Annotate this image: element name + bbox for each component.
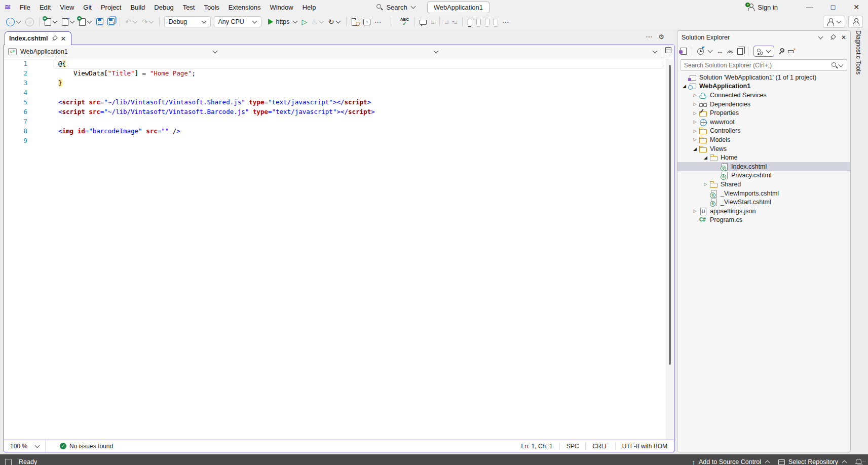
live-share-button[interactable]: [823, 16, 845, 28]
tree-item-viewimports-cshtml[interactable]: _ViewImports.cshtml: [677, 189, 850, 198]
tab-index-cshtml[interactable]: Index.cshtml ✕: [5, 31, 71, 45]
redo-button[interactable]: ↷: [140, 16, 157, 27]
menu-item-file[interactable]: File: [15, 2, 35, 13]
restart-button[interactable]: ↻: [326, 16, 343, 27]
add-item-button[interactable]: +: [77, 17, 94, 27]
menu-item-extensions[interactable]: Extensions: [224, 2, 266, 13]
code-line[interactable]: 4: [4, 88, 666, 97]
diagnostic-tools-tab[interactable]: Diagnostic Tools: [853, 30, 863, 101]
encoding-indicator[interactable]: UTF-8 with BOM: [615, 443, 674, 450]
maximize-button[interactable]: □: [821, 0, 845, 14]
tree-item-controllers[interactable]: ▷Controllers: [677, 127, 850, 136]
menu-item-project[interactable]: Project: [96, 2, 126, 13]
close-tab-icon[interactable]: ✕: [60, 36, 66, 42]
expand-arrow-icon[interactable]: ▷: [691, 120, 699, 124]
expand-arrow-icon[interactable]: ▷: [691, 209, 699, 213]
menu-item-debug[interactable]: Debug: [149, 2, 178, 13]
toggle-bookmark-button[interactable]: [466, 17, 474, 26]
current-project-box[interactable]: WebApplication1: [427, 2, 489, 13]
properties-wrench-icon[interactable]: [778, 48, 784, 55]
clear-bookmarks-button[interactable]: [492, 17, 500, 26]
save-button[interactable]: [94, 17, 105, 27]
filter-chevron-icon[interactable]: [708, 48, 713, 53]
editor-settings-gear-icon[interactable]: ⚙: [658, 33, 664, 41]
split-window-button[interactable]: [663, 47, 672, 56]
solution-explorer-header[interactable]: Solution Explorer ✕: [677, 31, 850, 44]
line-ending-indicator[interactable]: CRLF: [585, 443, 615, 450]
caret-position-indicator[interactable]: Ln: 1, Ch: 1: [515, 443, 559, 450]
minimize-button[interactable]: —: [798, 0, 821, 14]
tree-item-program-cs[interactable]: Program.cs: [677, 216, 850, 225]
copy-pages-icon[interactable]: [737, 48, 743, 55]
sync-with-active-document-button[interactable]: [753, 46, 774, 57]
hot-reload-button[interactable]: ♨: [309, 16, 326, 27]
background-tasks-icon[interactable]: [5, 459, 12, 465]
navigate-forward-button[interactable]: →: [23, 16, 36, 28]
comment-button[interactable]: [418, 17, 429, 26]
new-file-button[interactable]: +: [43, 17, 60, 27]
select-repository-button[interactable]: Select Repository: [778, 458, 847, 465]
navbar-member-dropdown[interactable]: [443, 45, 662, 58]
menu-item-tools[interactable]: Tools: [199, 2, 223, 13]
menu-item-help[interactable]: Help: [298, 2, 321, 13]
search-options-chevron-icon[interactable]: [839, 62, 844, 67]
browser-link-button[interactable]: ⌂: [361, 17, 372, 27]
code-line[interactable]: 1@{: [4, 59, 666, 68]
tree-item-appsettings-json[interactable]: ▷appsettings.json: [677, 207, 850, 216]
pending-changes-filter-icon[interactable]: [697, 48, 704, 55]
close-button[interactable]: ✕: [845, 0, 868, 14]
navigate-backward-button[interactable]: ←: [4, 16, 23, 28]
format-document-button[interactable]: ≡: [429, 17, 436, 27]
solution-explorer-search-input[interactable]: [684, 62, 831, 69]
find-in-files-button[interactable]: [350, 17, 361, 27]
editor-scrollbar[interactable]: [666, 59, 673, 441]
save-all-button[interactable]: [105, 17, 117, 27]
tree-item-views[interactable]: ◢Views: [677, 144, 850, 153]
collapse-all-icon[interactable]: [727, 47, 734, 56]
spell-checker-button[interactable]: ABC✓: [398, 16, 411, 27]
toolbar-overflow-button[interactable]: ⋯: [372, 16, 384, 27]
menu-item-git[interactable]: Git: [79, 2, 96, 13]
code-line[interactable]: 6<script src="~/lib/Vintasoft/Vintasoft.…: [4, 107, 666, 117]
collapse-arrow-icon[interactable]: ◢: [691, 146, 699, 151]
code-line[interactable]: 5<script src="~/lib/Vintasoft/Vintasoft.…: [4, 97, 666, 107]
search-control[interactable]: Search: [376, 4, 416, 11]
expand-arrow-icon[interactable]: ▷: [691, 111, 699, 115]
window-position-chevron-icon[interactable]: [818, 34, 823, 40]
switch-views-icon[interactable]: [681, 48, 687, 55]
code-line[interactable]: 2 ViewData["Title"] = "Home Page";: [4, 68, 666, 78]
previous-bookmark-button[interactable]: [474, 17, 483, 26]
menu-item-test[interactable]: Test: [178, 2, 200, 13]
tree-item-privacy-cshtml[interactable]: Privacy.cshtml: [677, 171, 850, 180]
tree-item-dependencies[interactable]: ▷Dependencies: [677, 100, 850, 109]
expand-arrow-icon[interactable]: ▷: [691, 137, 699, 142]
notifications-bell-icon[interactable]: [855, 459, 861, 465]
tree-item-viewstart-cshtml[interactable]: _ViewStart.cshtml: [677, 198, 850, 207]
expand-arrow-icon[interactable]: ▷: [691, 102, 699, 106]
document-overflow-button[interactable]: ⋯: [646, 33, 652, 41]
tree-item-models[interactable]: ▷Models: [677, 135, 850, 144]
tree-item-properties[interactable]: ▷Properties: [677, 108, 850, 118]
open-file-button[interactable]: ↗: [60, 17, 77, 27]
tree-item-shared[interactable]: ▷Shared: [677, 180, 850, 189]
menu-item-view[interactable]: View: [55, 2, 79, 13]
code-line[interactable]: 3}: [4, 78, 666, 88]
start-debugging-button[interactable]: https: [266, 17, 299, 27]
configuration-dropdown[interactable]: Debug: [164, 16, 211, 27]
menu-item-window[interactable]: Window: [265, 2, 297, 13]
tree-item-solution-webapplication1-1-of-1-project[interactable]: Solution 'WebApplication1' (1 of 1 proje…: [677, 73, 850, 82]
tree-item-connected-services[interactable]: ▷Connected Services: [677, 91, 850, 100]
pin-tab-icon[interactable]: [51, 36, 57, 42]
navbar-project-dropdown[interactable]: c# WebApplication1: [4, 45, 222, 58]
code-line[interactable]: 8<img id="barcodeImage" src="" />: [4, 126, 666, 136]
next-bookmark-button[interactable]: [483, 17, 492, 26]
navbar-type-dropdown[interactable]: [222, 45, 443, 58]
tree-item-webapplication1[interactable]: ◢WebApplication1: [677, 82, 850, 91]
undo-button[interactable]: ↶: [123, 16, 140, 27]
increase-indent-button[interactable]: ʺ≡: [450, 17, 459, 27]
issues-indicator[interactable]: ✓ No issues found: [60, 443, 113, 450]
expand-arrow-icon[interactable]: ▷: [691, 129, 699, 133]
expand-arrow-icon[interactable]: ▷: [691, 93, 699, 97]
tree-item-wwwroot[interactable]: ▷wwwroot: [677, 118, 850, 127]
spaces-indicator[interactable]: SPC: [559, 443, 586, 450]
